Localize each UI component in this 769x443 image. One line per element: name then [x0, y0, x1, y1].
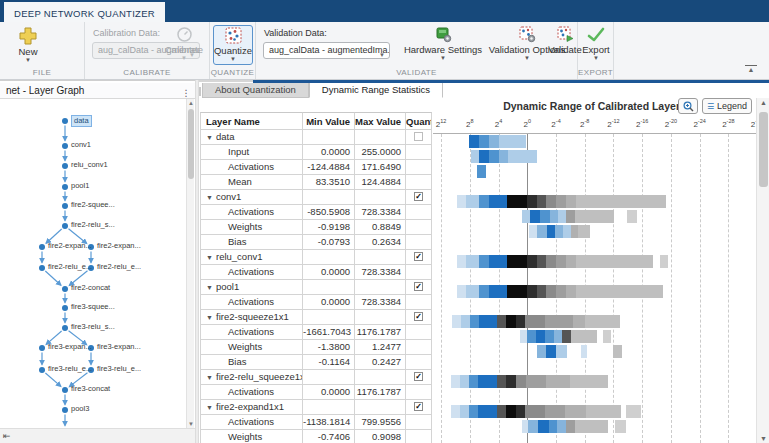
quantize-checkbox[interactable] — [414, 132, 423, 141]
graph-node-fire3-relu_e-[interactable]: fire3-relu_e... — [48, 364, 92, 374]
collapse-row-icon[interactable]: ▼ — [206, 371, 216, 385]
histogram-segment — [565, 405, 586, 418]
table-row[interactable]: ▼pool1✓ — [200, 280, 433, 295]
scroll-down-icon[interactable]: ▼ — [187, 421, 195, 427]
graph-node-pool1[interactable]: pool1 — [71, 181, 89, 191]
table-row[interactable]: Activations0.00001176.1787 — [200, 385, 433, 400]
doc-accent-gray — [199, 80, 253, 82]
table-row[interactable]: ▼fire2-expand1x1✓ — [200, 400, 433, 415]
calibrate-button[interactable]: Calibrate ▼ — [161, 26, 207, 61]
graph-node-conv1[interactable]: conv1 — [71, 140, 91, 150]
quantize-checkbox[interactable]: ✓ — [414, 252, 423, 261]
collapse-row-icon[interactable]: ▼ — [206, 311, 216, 325]
tab-deep-network-quantizer[interactable]: DEEP NETWORK QUANTIZER — [4, 2, 165, 22]
layer-graph-vertical-scrollbar[interactable]: ▲ ▼ — [186, 99, 194, 428]
graph-node-fire2-concat[interactable]: fire2-concat — [71, 283, 110, 293]
graph-node-relu_conv1[interactable]: relu_conv1 — [71, 160, 108, 170]
quantize-checkbox[interactable]: ✓ — [414, 402, 423, 411]
layer-graph-edges — [0, 99, 186, 428]
histogram-segment — [571, 330, 597, 343]
graph-node-fire2-relu_s-[interactable]: fire2-relu_s... — [71, 220, 115, 230]
histogram-segment — [537, 225, 546, 238]
quantize-checkbox[interactable]: ✓ — [414, 372, 423, 381]
dynamic-range-table: Layer NameMin ValueMax ValueQuantize▼dat… — [200, 112, 433, 443]
chart-vertical-scrollbar[interactable]: ▲ ▼ — [756, 98, 769, 443]
doc-tab-dynamic-range-statistics[interactable]: Dynamic Range Statistics — [309, 83, 443, 98]
scroll-up-icon[interactable]: ▲ — [757, 99, 769, 106]
table-row[interactable]: ▼relu_conv1✓ — [200, 250, 433, 265]
graph-node-fire2-relu_e-[interactable]: fire2-relu_e... — [97, 262, 141, 272]
table-row[interactable]: Activations-1138.1814799.9556 — [200, 415, 433, 430]
scroll-up-icon[interactable]: ▲ — [187, 100, 195, 106]
collapse-row-icon[interactable]: ▼ — [206, 191, 216, 205]
table-row[interactable]: Activations-124.4884171.6490 — [200, 160, 433, 175]
table-row[interactable]: Activations0.0000728.3384 — [200, 295, 433, 310]
table-row[interactable]: ▼fire2-relu_squeeze1x1✓ — [200, 370, 433, 385]
table-row[interactable]: Weights-0.91980.8849 — [200, 220, 433, 235]
histogram-segment — [540, 210, 549, 223]
collapse-row-icon[interactable]: ▼ — [206, 401, 216, 415]
scroll-down-icon[interactable]: ▼ — [757, 435, 769, 442]
graph-node-fire2-expan-[interactable]: fire2-expan... — [48, 241, 92, 251]
column-header-max-value[interactable]: Max Value — [355, 112, 406, 130]
column-header-layer-name[interactable]: Layer Name — [200, 112, 303, 130]
graph-node-fire3-squee-[interactable]: fire3-squee... — [71, 302, 115, 312]
doc-tab-about-quantization[interactable]: About Quantization — [202, 83, 309, 98]
graph-node-fire3-concat[interactable]: fire3-concat — [71, 384, 110, 394]
table-row[interactable]: Bias-0.11640.2427 — [200, 355, 433, 370]
table-row[interactable]: Input0.0000255.0000 — [200, 145, 433, 160]
histogram-segment — [537, 195, 546, 208]
histogram-segment — [507, 285, 527, 298]
layer-name: conv1 — [216, 191, 241, 202]
table-row[interactable]: ▼conv1✓ — [200, 190, 433, 205]
table-row[interactable]: Weights-1.38001.2477 — [200, 340, 433, 355]
table-row[interactable]: ▼fire2-squeeze1x1✓ — [200, 310, 433, 325]
collapse-toolstrip-icon[interactable]: ▲ — [745, 65, 757, 73]
graph-node-fire3-expan-[interactable]: fire3-expan... — [48, 342, 92, 352]
histogram-segment — [479, 150, 488, 163]
graph-node-fire3-expan-[interactable]: fire3-expan... — [97, 342, 141, 352]
collapse-row-icon[interactable]: ▼ — [206, 281, 216, 295]
quantize-checkbox[interactable]: ✓ — [414, 192, 423, 201]
export-button[interactable]: Export ▼ — [579, 27, 613, 61]
table-row[interactable]: Activations0.0000728.3384 — [200, 265, 433, 280]
layer-name: Weights — [228, 341, 262, 352]
graph-node-fire2-expan-[interactable]: fire2-expan... — [97, 241, 141, 251]
histogram-segment — [545, 330, 554, 343]
hardware-settings-button[interactable]: Hardware Settings ▼ — [402, 26, 484, 61]
graph-node-fire2-squee-[interactable]: fire2-squee... — [71, 200, 115, 210]
quantize-button[interactable]: Quantize ▼ — [213, 27, 253, 62]
collapse-row-icon[interactable]: ▼ — [206, 251, 216, 265]
layer-graph-horizontal-scrollbar[interactable]: ⇤ — [0, 428, 195, 443]
graph-node-fire3-relu_e-[interactable]: fire3-relu_e... — [97, 364, 141, 374]
histogram-segment — [452, 315, 461, 328]
graph-node-fire3-relu_s-[interactable]: fire3-relu_s... — [71, 322, 115, 332]
zoom-button[interactable] — [678, 98, 698, 114]
graph-node-data[interactable]: data — [71, 115, 92, 127]
new-button[interactable]: New ▼ — [10, 27, 46, 63]
column-header-quantize[interactable]: Quantize — [406, 112, 432, 130]
min-value — [303, 310, 355, 325]
quantize-checkbox[interactable]: ✓ — [414, 312, 423, 321]
layer-name: Bias — [228, 236, 246, 247]
table-row[interactable]: Weights-0.74060.9098 — [200, 430, 433, 443]
gridline — [700, 134, 701, 443]
table-row[interactable]: Activations-850.5908728.3384 — [200, 205, 433, 220]
table-row[interactable]: Mean83.3510124.4884 — [200, 175, 433, 190]
collapse-row-icon[interactable]: ▼ — [206, 131, 216, 145]
graph-node-pool3[interactable]: pool3 — [71, 404, 89, 414]
table-row[interactable]: Bias-0.07930.2634 — [200, 235, 433, 250]
table-row[interactable]: Activations-1661.70431176.1787 — [200, 325, 433, 340]
quantize-checkbox[interactable]: ✓ — [414, 282, 423, 291]
validation-data-combo[interactable]: aug_calData - augmentedIma... ▼ — [263, 42, 390, 59]
legend-button[interactable]: ☰Legend — [702, 98, 752, 114]
max-value — [355, 400, 406, 415]
histogram-segment — [506, 315, 516, 328]
graph-node-fire2-relu_e-[interactable]: fire2-relu_e... — [48, 262, 92, 272]
dynamic-range-chart[interactable] — [433, 133, 756, 443]
table-row[interactable]: ▼data — [200, 130, 433, 145]
histogram-segment — [457, 285, 466, 298]
scroll-to-start-icon[interactable]: ⇤ — [3, 431, 11, 441]
column-header-min-value[interactable]: Min Value — [303, 112, 355, 130]
layer-graph-canvas[interactable]: dataconv1relu_conv1pool1fire2-squee...fi… — [0, 99, 186, 428]
